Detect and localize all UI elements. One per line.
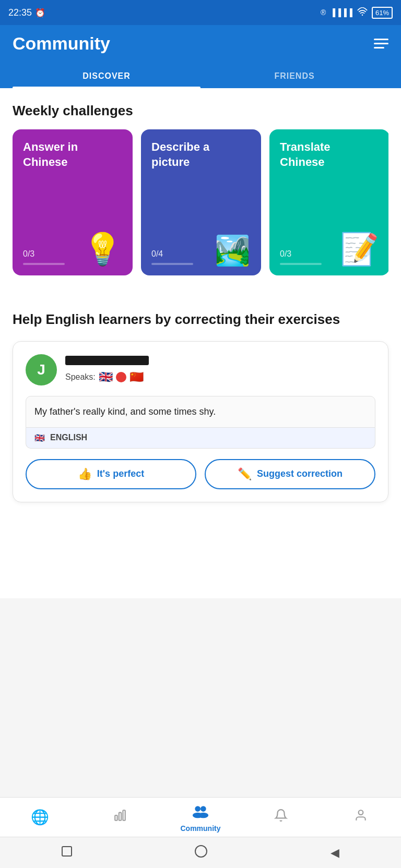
flag-uk: 🇬🇧 (99, 370, 113, 384)
help-section: Help English learners by correcting thei… (0, 296, 401, 502)
signal-icon: ▐▐▐▐ (330, 8, 353, 17)
square-icon (62, 846, 72, 857)
challenge-count-1: 0/3 (23, 249, 65, 259)
battery-icon: 61% (372, 7, 393, 19)
language-flag: 🇬🇧 (34, 433, 45, 443)
avatar: J (26, 354, 57, 385)
challenge-bar-2 (151, 263, 193, 265)
back-icon: ◀ (331, 846, 339, 859)
svg-point-4 (195, 806, 200, 812)
svg-point-0 (362, 14, 363, 16)
user-info: J Speaks: 🇬🇧 🇨🇳 (26, 354, 375, 385)
svg-point-8 (359, 810, 363, 815)
challenge-bar-3 (280, 263, 322, 265)
menu-line-2 (374, 43, 388, 44)
community-icon (192, 804, 209, 822)
tab-discover[interactable]: DISCOVER (13, 64, 200, 88)
circle-button[interactable] (191, 841, 211, 865)
weekly-challenges-title: Weekly challenges (13, 103, 388, 119)
exercise-card: J Speaks: 🇬🇧 🇨🇳 My father's really kind,… (13, 341, 388, 502)
svg-rect-1 (115, 815, 117, 821)
exercise-text-box: My father's really kind, and some times … (26, 396, 375, 428)
svg-point-7 (198, 813, 209, 818)
thumbs-up-icon: 👍 (78, 467, 92, 481)
bell-icon (274, 809, 288, 826)
registered-icon: ® (321, 8, 326, 17)
exercise-text: My father's really kind, and some times … (34, 405, 367, 419)
stats-icon (113, 809, 127, 826)
user-name-redacted (65, 356, 149, 365)
nav-community-label: Community (180, 824, 220, 833)
globe-icon: 🌐 (31, 809, 49, 826)
system-nav: ◀ (0, 837, 401, 868)
status-bar: 22:35 ⏰ ® ▐▐▐▐ 61% (0, 0, 401, 25)
challenge-title-1: Answer in Chinese (23, 140, 96, 170)
wifi-icon (357, 7, 368, 18)
its-perfect-button[interactable]: 👍 It's perfect (26, 459, 196, 489)
menu-button[interactable] (374, 39, 388, 49)
time-display: 22:35 (8, 7, 32, 18)
nav-notifications[interactable] (260, 809, 302, 828)
speaks-label: Speaks: (65, 372, 96, 382)
main-content: Weekly challenges Answer in Chinese 0/3 … (0, 88, 401, 598)
svg-rect-3 (123, 810, 125, 821)
status-time: 22:35 ⏰ (8, 7, 45, 18)
pencil-icon: ✏️ (238, 467, 252, 481)
challenge-icon-1: 💡 (83, 234, 122, 265)
page-title: Community (13, 33, 110, 54)
nav-home[interactable]: 🌐 (19, 809, 61, 828)
weekly-challenges-section: Weekly challenges Answer in Chinese 0/3 … (0, 88, 401, 280)
tab-bar: DISCOVER FRIENDS (13, 64, 388, 88)
challenge-card-2[interactable]: Describe a picture 0/4 🏞️ (141, 129, 261, 275)
bottom-nav: 🌐 Community (0, 797, 401, 837)
challenges-list: Answer in Chinese 0/3 💡 Describe a pictu… (13, 129, 388, 280)
nav-community[interactable]: Community (180, 804, 221, 833)
app-header: Community DISCOVER FRIENDS (0, 25, 401, 88)
flag-china: 🇨🇳 (129, 370, 144, 384)
challenge-count-2: 0/4 (151, 249, 193, 259)
svg-point-5 (200, 806, 206, 812)
svg-rect-2 (119, 813, 121, 821)
nav-profile[interactable] (340, 809, 382, 828)
square-button[interactable] (57, 842, 76, 864)
speaks-row: Speaks: 🇬🇧 🇨🇳 (65, 370, 149, 384)
challenge-card-3[interactable]: Translate Chinese 0/3 📝 (269, 129, 388, 275)
nav-stats[interactable] (99, 809, 141, 828)
tab-friends[interactable]: FRIENDS (200, 64, 388, 88)
help-title: Help English learners by correcting thei… (13, 311, 388, 329)
challenge-bar-1 (23, 263, 65, 265)
language-label: ENGLISH (50, 433, 87, 442)
challenge-card-1[interactable]: Answer in Chinese 0/3 💡 (13, 129, 133, 275)
flag-japan (116, 372, 126, 382)
language-bar: 🇬🇧 ENGLISH (26, 428, 375, 449)
challenge-title-3: Translate Chinese (280, 140, 353, 170)
challenge-title-2: Describe a picture (151, 140, 225, 170)
challenge-count-3: 0/3 (280, 249, 322, 259)
profile-icon (354, 809, 368, 826)
status-icons: ® ▐▐▐▐ 61% (321, 7, 393, 19)
alarm-icon: ⏰ (35, 8, 45, 18)
menu-line-1 (374, 39, 388, 40)
challenge-icon-2: 🏞️ (215, 236, 251, 265)
action-buttons: 👍 It's perfect ✏️ Suggest correction (26, 459, 375, 489)
challenge-icon-3: 📝 (340, 234, 379, 265)
menu-line-3 (374, 47, 384, 49)
circle-icon (195, 845, 207, 858)
back-button[interactable]: ◀ (326, 842, 344, 864)
user-details: Speaks: 🇬🇧 🇨🇳 (65, 356, 149, 384)
suggest-correction-button[interactable]: ✏️ Suggest correction (205, 459, 375, 489)
